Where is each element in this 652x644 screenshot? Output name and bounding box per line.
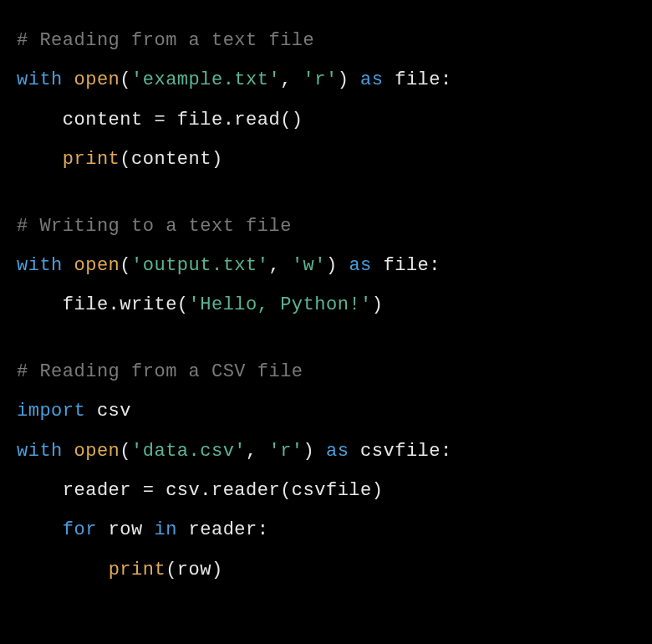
keyword-with: with [17,255,63,276]
code-block: # Reading from a text filewith open('exa… [17,25,635,585]
keyword-as: as [360,69,383,90]
string-literal: 'Hello, Python!' [189,294,372,315]
keyword-import: import [17,401,85,422]
code-line-4: print(content) [17,144,635,175]
blank-line [17,330,635,356]
keyword-with: with [17,441,63,462]
code-line-1: # Reading from a text file [17,25,635,56]
code-line-3: content = file.read() [17,105,635,135]
code-line-10: with open('data.csv', 'r') as csvfile: [17,436,635,467]
keyword-for: for [63,519,97,540]
string-literal: 'r' [268,441,303,462]
func-print: print [109,560,166,580]
code-line-13: print(row) [17,555,635,585]
string-literal: 'data.csv' [131,441,246,462]
func-print: print [63,149,120,170]
comment-text: # Reading from a CSV file [17,361,303,382]
code-line-6: with open('output.txt', 'w') as file: [17,250,635,281]
blank-line [17,184,635,211]
code-line-7: file.write('Hello, Python!') [17,289,635,320]
keyword-as: as [326,441,349,462]
func-open: open [74,441,120,462]
code-line-8: # Reading from a CSV file [17,356,635,387]
comment-text: # Reading from a text file [17,30,314,51]
comment-text: # Writing to a text file [17,216,292,237]
string-literal: 'w' [292,255,326,276]
keyword-in: in [154,519,176,540]
func-open: open [74,255,120,276]
keyword-with: with [17,69,63,90]
code-line-11: reader = csv.reader(csvfile) [17,475,635,506]
keyword-as: as [349,255,371,276]
string-literal: 'r' [303,69,338,90]
func-open: open [74,69,120,90]
string-literal: 'example.txt' [131,69,280,90]
code-line-9: import csv [17,396,635,427]
code-line-2: with open('example.txt', 'r') as file: [17,64,635,95]
code-line-5: # Writing to a text file [17,211,635,242]
string-literal: 'output.txt' [131,255,268,276]
code-line-12: for row in reader: [17,514,635,545]
